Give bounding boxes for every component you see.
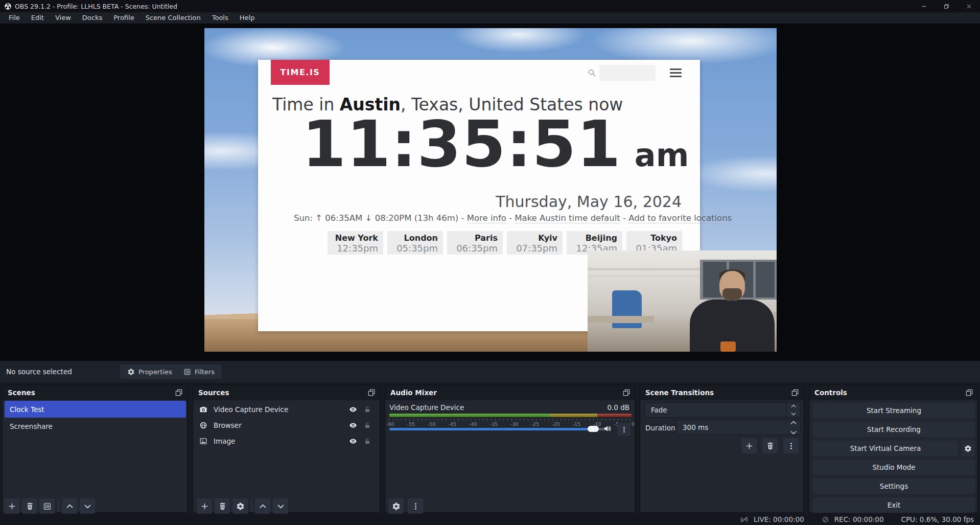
- webcam-overlay[interactable]: [588, 250, 777, 352]
- rec-timer: REC: 00:00:00: [834, 515, 884, 523]
- studio-mode-button[interactable]: Studio Mode: [813, 460, 975, 475]
- plus-icon: [200, 502, 209, 511]
- scene-move-down-button[interactable]: [80, 498, 95, 514]
- remove-source-button[interactable]: [215, 498, 230, 514]
- trash-icon: [766, 442, 775, 450]
- chevron-up-icon: [65, 502, 74, 511]
- orange-detail: [720, 341, 736, 352]
- timeis-logo: TIME.IS: [271, 60, 330, 85]
- source-toolbar: No source selected Properties Filters: [0, 361, 980, 382]
- desk: [588, 316, 654, 323]
- popout-icon[interactable]: [622, 389, 631, 397]
- sources-title: Sources: [198, 389, 229, 397]
- scene-item-clock-test[interactable]: Clock Test: [5, 401, 186, 418]
- remove-scene-button[interactable]: [22, 498, 37, 514]
- transition-select-chevrons[interactable]: [786, 403, 800, 417]
- menu-profile[interactable]: Profile: [108, 12, 139, 24]
- virtual-camera-settings-button[interactable]: [961, 441, 975, 456]
- scenes-panel: Scenes Clock Test Screenshare: [2, 384, 188, 513]
- source-row-video-capture[interactable]: Video Capture Device: [195, 401, 379, 417]
- transition-properties-button[interactable]: [783, 438, 799, 453]
- start-streaming-button[interactable]: Start Streaming: [813, 403, 975, 418]
- volume-slider[interactable]: [389, 428, 590, 430]
- duration-spin-buttons[interactable]: [787, 419, 800, 437]
- globe-icon: [199, 421, 207, 429]
- scene-filters-button[interactable]: [39, 498, 55, 514]
- lock-icon[interactable]: [363, 437, 371, 445]
- popout-icon[interactable]: [367, 389, 376, 397]
- lock-icon[interactable]: [363, 421, 371, 429]
- visibility-eye-icon[interactable]: [349, 437, 357, 445]
- kebab-dots-icon: [787, 442, 796, 450]
- menu-file[interactable]: File: [3, 12, 26, 24]
- scene-transitions-title: Scene Transitions: [645, 389, 714, 397]
- current-date: Thursday, May 16, 2024: [496, 193, 682, 211]
- popout-icon[interactable]: [175, 389, 183, 397]
- clock-display: 11:35:51 am: [302, 111, 689, 177]
- search-input: [599, 65, 656, 81]
- controls-header[interactable]: Controls: [809, 385, 977, 400]
- source-properties-button[interactable]: [232, 498, 248, 514]
- transition-select[interactable]: Fade: [644, 402, 801, 418]
- scene-item-screenshare[interactable]: Screenshare: [5, 418, 186, 435]
- gear-icon: [236, 502, 245, 511]
- sun-times: Sun: ↑ 06:35AM ↓ 08:20PM (13h 46m): [294, 213, 458, 223]
- menu-edit[interactable]: Edit: [26, 12, 50, 24]
- mixer-level-value[interactable]: 0.0 dB: [607, 403, 629, 412]
- duration-spinbox[interactable]: 300 ms: [676, 420, 801, 435]
- source-row-browser[interactable]: Browser: [195, 417, 379, 433]
- popout-icon[interactable]: [791, 389, 799, 397]
- scene-transitions-panel: Scene Transitions Fade Duration 300 ms: [640, 384, 804, 513]
- source-move-down-button[interactable]: [273, 498, 288, 514]
- chevron-down-icon: [789, 428, 798, 437]
- remove-transition-button[interactable]: [762, 438, 778, 453]
- menu-docks[interactable]: Docks: [77, 12, 108, 24]
- trash-icon: [26, 502, 34, 511]
- scenes-title: Scenes: [8, 389, 35, 397]
- close-button[interactable]: [958, 0, 980, 12]
- gear-icon: [127, 368, 135, 376]
- minimize-button[interactable]: [913, 0, 935, 12]
- scenes-panel-header[interactable]: Scenes: [3, 385, 187, 400]
- mixer-options-button[interactable]: [617, 423, 631, 436]
- source-move-up-button[interactable]: [255, 498, 270, 514]
- add-favorite-link: Add to favorite locations: [628, 213, 732, 223]
- duration-value: 300 ms: [683, 423, 787, 431]
- visibility-eye-icon[interactable]: [349, 421, 357, 429]
- preview-canvas[interactable]: TIME.IS Time in Austin, Texas, United St…: [0, 24, 980, 361]
- mixer-menu-button[interactable]: [408, 498, 423, 514]
- menu-help[interactable]: Help: [234, 12, 261, 24]
- program-video[interactable]: TIME.IS Time in Austin, Texas, United St…: [204, 28, 777, 352]
- settings-button[interactable]: Settings: [813, 478, 975, 494]
- properties-button[interactable]: Properties: [120, 364, 179, 379]
- scene-transitions-header[interactable]: Scene Transitions: [640, 385, 803, 400]
- add-source-button[interactable]: [197, 498, 212, 514]
- advanced-audio-button[interactable]: [388, 498, 404, 514]
- sources-panel-header[interactable]: Sources: [193, 385, 380, 400]
- volume-slider-handle[interactable]: [588, 426, 599, 432]
- status-bar: LIVE: 00:00:00 REC: 00:00:00 CPU: 0.6%, …: [0, 514, 980, 525]
- source-row-image[interactable]: Image: [195, 433, 379, 449]
- audio-mixer-header[interactable]: Audio Mixer: [385, 385, 635, 400]
- speaker-mute-icon[interactable]: [603, 424, 613, 433]
- add-transition-button[interactable]: [741, 438, 757, 453]
- filters-button[interactable]: Filters: [176, 364, 222, 379]
- filters-icon: [183, 368, 191, 376]
- add-scene-button[interactable]: [4, 498, 19, 514]
- exit-button[interactable]: Exit: [813, 497, 975, 513]
- title-bar: OBS 29.1.2 - Profile: LLHLS BETA - Scene…: [0, 0, 980, 12]
- duration-label: Duration: [645, 424, 675, 432]
- menu-tools[interactable]: Tools: [206, 12, 234, 24]
- menu-scene-collection[interactable]: Scene Collection: [140, 12, 206, 24]
- restore-button[interactable]: [935, 0, 958, 12]
- start-recording-button[interactable]: Start Recording: [813, 422, 975, 437]
- popout-icon[interactable]: [965, 389, 973, 397]
- lock-icon[interactable]: [363, 405, 371, 414]
- mixer-channel-name: Video Capture Device: [389, 403, 464, 412]
- visibility-eye-icon[interactable]: [349, 405, 357, 414]
- menu-view[interactable]: View: [50, 12, 77, 24]
- meter-tick-marks: [389, 419, 632, 421]
- hamburger-icon: [670, 69, 682, 77]
- scene-move-up-button[interactable]: [62, 498, 77, 514]
- start-virtual-camera-button[interactable]: Start Virtual Camera: [813, 441, 958, 456]
